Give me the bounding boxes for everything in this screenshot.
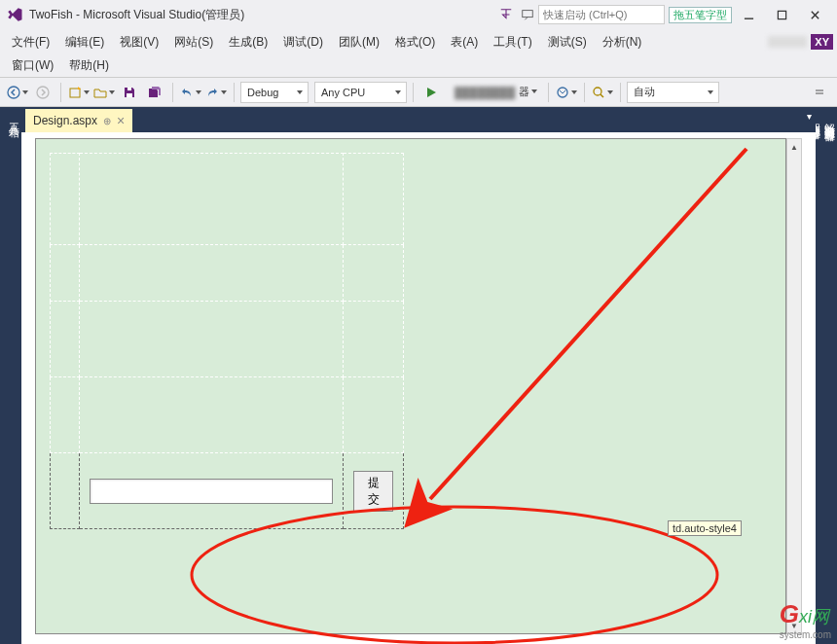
submit-button[interactable]: 提交 [353, 471, 393, 512]
svg-rect-2 [778, 11, 785, 18]
close-tab-icon[interactable]: × [117, 114, 125, 127]
menu-window[interactable]: 窗口(W) [4, 54, 61, 77]
table-cell[interactable] [344, 302, 404, 377]
start-debug-button[interactable] [419, 81, 443, 104]
menu-file[interactable]: 文件(F) [4, 31, 57, 54]
right-tool-rail: 解决方案资源管理器 团队资源管理器 诊断工具 属性 [816, 107, 837, 644]
menubar: 文件(F) 编辑(E) 视图(V) 网站(S) 生成(B) 调试(D) 团队(M… [0, 29, 837, 54]
ime-indicator[interactable]: 拖五笔字型 [669, 7, 732, 23]
table-cell-selected[interactable] [80, 453, 344, 529]
menu-team[interactable]: 团队(M) [331, 31, 387, 54]
rail-solution-explorer[interactable]: 解决方案资源管理器 [822, 115, 837, 632]
table-cell[interactable] [344, 154, 404, 245]
undo-button[interactable] [179, 81, 202, 104]
menu-format[interactable]: 格式(O) [387, 31, 443, 54]
menu-analyze[interactable]: 分析(N) [595, 31, 650, 54]
browser-link-button[interactable] [555, 81, 578, 104]
menu-website[interactable]: 网站(S) [166, 31, 221, 54]
menu-build[interactable]: 生成(B) [221, 31, 275, 54]
save-all-button[interactable] [143, 81, 166, 104]
minimize-button[interactable] [732, 3, 765, 26]
menu-help[interactable]: 帮助(H) [61, 54, 117, 77]
table-cell[interactable] [51, 377, 80, 453]
document-area: Design.aspx ⊕ × ▾ [21, 107, 816, 644]
designer-canvas: 提交 td.auto-style4 ▲ ▼ [21, 132, 816, 644]
zoom-dropdown[interactable]: 自动 [627, 82, 719, 103]
toolbar-overflow-button[interactable] [808, 81, 831, 104]
platform-dropdown[interactable]: Any CPU [314, 82, 407, 103]
tab-overflow-dropdown[interactable]: ▾ [807, 111, 812, 122]
menu-debug[interactable]: 调试(D) [275, 31, 331, 54]
menubar-row2: 窗口(W) 帮助(H) [0, 54, 837, 78]
user-name-blurred [768, 36, 807, 48]
table-cell[interactable] [80, 245, 344, 302]
maximize-button[interactable] [765, 3, 798, 26]
svg-line-12 [600, 94, 603, 97]
menu-table[interactable]: 表(A) [443, 31, 486, 54]
titlebar: TwoFish - Microsoft Visual Studio(管理员) 拖… [0, 0, 837, 29]
tab-strip: Design.aspx ⊕ × ▾ [21, 107, 816, 132]
tab-label: Design.aspx [33, 114, 97, 127]
scroll-up-icon[interactable]: ▲ [787, 139, 801, 155]
nav-back-button[interactable] [6, 81, 29, 104]
user-badge[interactable]: XY [811, 34, 833, 50]
new-project-button[interactable] [67, 81, 91, 104]
notifications-icon[interactable] [495, 4, 517, 25]
config-dropdown[interactable]: Debug [240, 82, 309, 103]
redo-button[interactable] [204, 81, 228, 104]
window-title: TwoFish - Microsoft Visual Studio(管理员) [29, 7, 244, 23]
main-area: 工具箱 Design.aspx ⊕ × ▾ [0, 107, 837, 644]
table-cell[interactable] [51, 302, 80, 377]
watermark: Gxi网 system.com [780, 599, 831, 640]
pin-icon[interactable]: ⊕ [103, 116, 111, 126]
svg-point-10 [558, 88, 567, 97]
table-cell[interactable] [51, 245, 80, 302]
table-cell[interactable] [80, 154, 344, 245]
table-cell[interactable] [344, 245, 404, 302]
vs-logo-icon [6, 6, 23, 23]
svg-rect-8 [127, 93, 132, 97]
svg-point-6 [37, 87, 49, 98]
textbox-control[interactable] [90, 479, 333, 504]
find-button[interactable] [591, 81, 614, 104]
table-cell[interactable] [80, 377, 344, 453]
save-button[interactable] [118, 81, 141, 104]
tag-path-tooltip: td.auto-style4 [668, 520, 742, 536]
document-tab-active[interactable]: Design.aspx ⊕ × [25, 109, 132, 132]
toolbar: Debug Any CPU ████████器 自动 [0, 78, 837, 107]
table-cell[interactable] [51, 154, 80, 245]
svg-rect-9 [127, 88, 131, 90]
menu-test[interactable]: 测试(S) [540, 31, 595, 54]
menu-edit[interactable]: 编辑(E) [57, 31, 112, 54]
menu-view[interactable]: 视图(V) [112, 31, 166, 54]
svg-point-5 [8, 87, 19, 98]
table-cell[interactable] [344, 377, 404, 453]
svg-rect-7 [70, 89, 80, 97]
design-surface[interactable]: 提交 td.auto-style4 [35, 138, 786, 634]
layout-table[interactable]: 提交 [50, 153, 404, 529]
svg-point-11 [594, 88, 601, 95]
svg-rect-0 [523, 11, 533, 18]
close-button[interactable] [798, 3, 831, 26]
nav-forward-button[interactable] [31, 81, 55, 104]
table-cell[interactable]: 提交 [344, 453, 404, 529]
feedback-icon[interactable] [517, 4, 538, 25]
vertical-scrollbar[interactable]: ▲ ▼ [786, 138, 802, 634]
run-target-dropdown[interactable]: ████████器 [445, 82, 542, 103]
svg-line-13 [430, 149, 746, 499]
open-file-button[interactable] [92, 81, 116, 104]
quick-launch-input[interactable] [538, 5, 665, 24]
toolbox-rail[interactable]: 工具箱 [0, 107, 21, 644]
table-cell[interactable] [80, 302, 344, 377]
table-cell[interactable] [51, 453, 80, 529]
menu-tools[interactable]: 工具(T) [486, 31, 539, 54]
